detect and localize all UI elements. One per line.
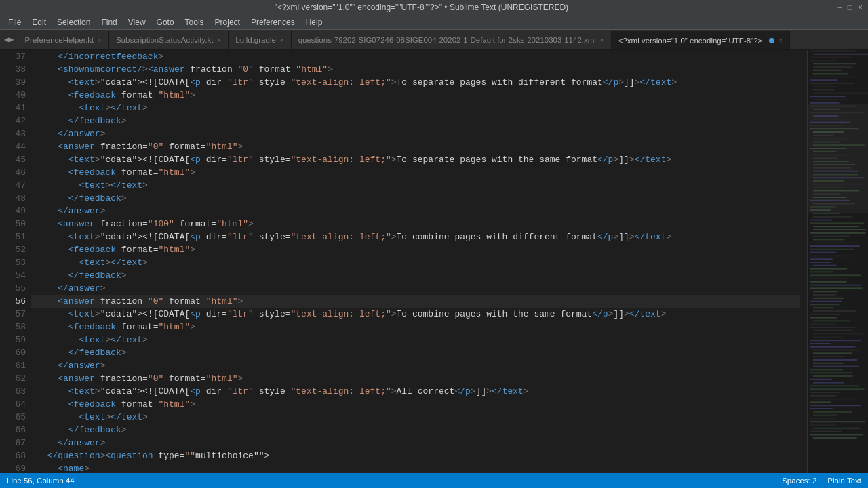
code-line: </feedback> <box>31 424 800 436</box>
line-number: 37 <box>0 50 26 63</box>
code-line: <shownumcorrect/><answer fraction="0" fo… <box>31 63 800 76</box>
tab-close-questions[interactable]: × <box>600 37 604 44</box>
code-line: <text>"cdata"><![CDATA[<p dir="ltr" styl… <box>31 230 800 243</box>
maximize-icon[interactable]: □ <box>848 3 852 12</box>
code-line: <name> <box>31 462 800 473</box>
window-controls[interactable]: − □ × <box>837 3 863 12</box>
line-number: 44 <box>0 140 26 153</box>
code-line: </question><question type=""multichoice"… <box>31 449 800 462</box>
line-number: 39 <box>0 76 26 89</box>
line-number: 67 <box>0 436 26 449</box>
main-area: 3738394041424344454647484950515253545556… <box>0 50 868 473</box>
code-line: <answer fraction="0" format="html"> <box>31 372 800 385</box>
code-line: </answer> <box>31 127 800 140</box>
tab-close-subscription[interactable]: × <box>218 37 222 44</box>
line-number: 62 <box>0 372 26 385</box>
minimize-icon[interactable]: − <box>837 3 842 12</box>
status-right: Spaces: 2 Plain Text <box>782 476 861 485</box>
menu-find[interactable]: Find <box>96 16 122 28</box>
tab-close-gradle[interactable]: × <box>280 37 284 44</box>
menu-view[interactable]: View <box>123 16 151 28</box>
menu-tools[interactable]: Tools <box>180 16 210 28</box>
tab-buildgradle[interactable]: build.gradle × <box>229 30 291 49</box>
code-lines: </incorrectfeedback> <shownumcorrect/><a… <box>31 50 800 473</box>
line-number: 51 <box>0 230 26 243</box>
line-number: 47 <box>0 179 26 192</box>
code-line: </feedback> <box>31 115 800 127</box>
line-number: 43 <box>0 127 26 140</box>
line-number: 53 <box>0 256 26 269</box>
line-number: 56 <box>0 295 26 308</box>
line-number: 54 <box>0 269 26 282</box>
code-line: <answer fraction="0" format="html"> <box>31 140 800 153</box>
code-line: </answer> <box>31 436 800 449</box>
code-line: </answer> <box>31 205 800 218</box>
menu-help[interactable]: Help <box>300 16 328 28</box>
spaces-setting: Spaces: 2 <box>782 476 816 485</box>
title-text: "<?xml version=""1.0"" encoding=""UTF-8"… <box>5 3 837 12</box>
code-line: <text>"cdata"><![CDATA[<p dir="ltr" styl… <box>31 153 800 166</box>
unsaved-dot <box>769 38 774 43</box>
tab-label: build.gradle <box>235 36 275 44</box>
line-number: 64 <box>0 398 26 411</box>
tab-nav-left[interactable]: ◀▶ <box>0 30 18 49</box>
tab-label: <?xml version="1.0" encoding="UTF-8"?> <box>618 37 763 45</box>
menu-goto[interactable]: Goto <box>151 16 180 28</box>
file-type: Plain Text <box>827 476 861 485</box>
line-number: 41 <box>0 102 26 115</box>
code-line: <text></text> <box>31 102 800 115</box>
line-number: 59 <box>0 333 26 346</box>
code-line: <text></text> <box>31 333 800 346</box>
menu-preferences[interactable]: Preferences <box>245 16 300 28</box>
code-line: <text></text> <box>31 179 800 192</box>
menu-selection[interactable]: Selection <box>52 16 96 28</box>
code-line: <feedback format="html"> <box>31 89 800 102</box>
menu-project[interactable]: Project <box>210 16 245 28</box>
line-number: 45 <box>0 153 26 166</box>
line-number: 63 <box>0 385 26 398</box>
tab-label: SubscriptionStatusActivity.kt <box>116 36 214 44</box>
tab-close-xml[interactable]: × <box>778 37 783 44</box>
tab-close-preferencehelper[interactable]: × <box>98 37 102 44</box>
code-line: <feedback format="html"> <box>31 321 800 333</box>
code-line: <text>"cdata"><![CDATA[<p dir="ltr" styl… <box>31 76 800 89</box>
line-number: 46 <box>0 166 26 179</box>
line-number: 48 <box>0 192 26 205</box>
title-bar: "<?xml version=""1.0"" encoding=""UTF-8"… <box>0 0 868 15</box>
menu-file[interactable]: File <box>3 16 26 28</box>
line-number: 55 <box>0 282 26 295</box>
line-numbers: 3738394041424344454647484950515253545556… <box>0 50 31 473</box>
tab-preferencehelper[interactable]: PreferenceHelper.kt × <box>18 30 108 49</box>
close-icon[interactable]: × <box>858 3 863 12</box>
tab-questions-xml[interactable]: questions-79202-SIG07246-08SIGE004-20202… <box>292 30 612 49</box>
code-line: <text></text> <box>31 411 800 424</box>
line-number: 52 <box>0 243 26 256</box>
line-number: 61 <box>0 359 26 372</box>
code-line: <text>"cdata"><![CDATA[<p dir="ltr" styl… <box>31 308 800 321</box>
code-line: </answer> <box>31 359 800 372</box>
tab-label: PreferenceHelper.kt <box>24 36 94 44</box>
minimap <box>807 50 868 473</box>
line-number: 38 <box>0 63 26 76</box>
cursor-position: Line 56, Column 44 <box>7 476 75 485</box>
tab-xml-active[interactable]: <?xml version="1.0" encoding="UTF-8"?> × <box>612 30 790 49</box>
tab-subscriptionstatus[interactable]: SubscriptionStatusActivity.kt × <box>109 30 229 49</box>
code-line: <answer fraction="0" format="html"> <box>31 295 800 308</box>
line-number: 69 <box>0 462 26 473</box>
line-number: 58 <box>0 321 26 333</box>
status-bar: Line 56, Column 44 Spaces: 2 Plain Text <box>0 473 868 488</box>
menu-bar: File Edit Selection Find View Goto Tools… <box>0 15 868 30</box>
line-number: 40 <box>0 89 26 102</box>
tab-label: questions-79202-SIG07246-08SIGE004-20202… <box>298 36 596 44</box>
code-area[interactable]: </incorrectfeedback> <shownumcorrect/><a… <box>31 50 800 473</box>
line-number: 57 <box>0 308 26 321</box>
line-number: 68 <box>0 449 26 462</box>
status-left: Line 56, Column 44 <box>7 476 75 485</box>
code-line: <answer fraction="100" format="html"> <box>31 218 800 230</box>
line-number: 60 <box>0 346 26 359</box>
scrollbar[interactable] <box>800 50 807 473</box>
code-line: </feedback> <box>31 346 800 359</box>
code-line: </answer> <box>31 282 800 295</box>
code-line: <feedback format="html"> <box>31 398 800 411</box>
menu-edit[interactable]: Edit <box>26 16 52 28</box>
